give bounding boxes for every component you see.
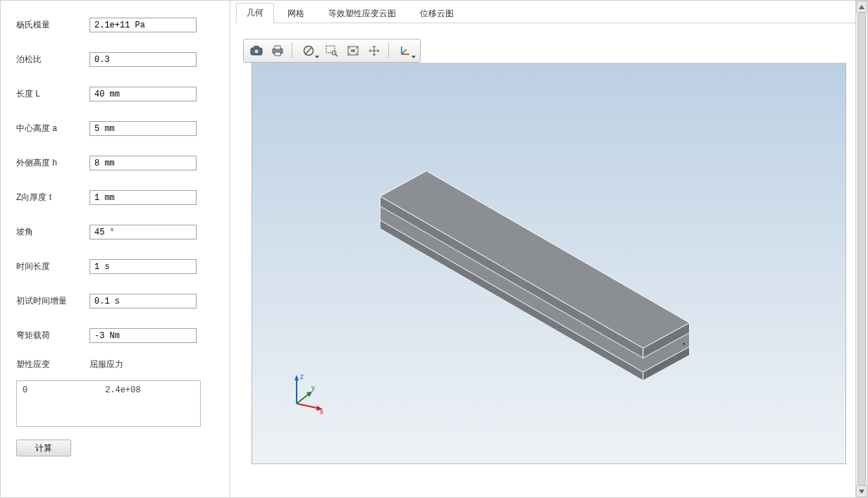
svg-marker-23 xyxy=(380,171,689,349)
main-panel: 几何 网格 等效塑性应变云图 位移云图 xyxy=(230,1,867,497)
app-root: 杨氏模量 泊松比 长度 L 中心高度 a 外侧高度 h Z向厚度 t 坡角 时 xyxy=(0,0,868,498)
chevron-down-icon xyxy=(315,56,319,58)
chevron-down-icon xyxy=(411,56,416,58)
label-time-length: 时间长度 xyxy=(16,261,89,273)
plastic-table-header-row: 塑性应变 屈服应力 xyxy=(16,359,214,371)
scroll-down-button[interactable] xyxy=(856,485,867,497)
fit-all-icon[interactable] xyxy=(343,42,363,60)
input-z-thickness-t[interactable] xyxy=(89,190,197,205)
field-poisson-ratio: 泊松比 xyxy=(16,52,214,67)
label-z-thickness-t: Z向厚度 t xyxy=(16,192,89,204)
label-outer-height-h: 外侧高度 h xyxy=(16,157,89,169)
label-center-height-a: 中心高度 a xyxy=(16,123,89,135)
svg-point-2 xyxy=(254,49,259,54)
compute-button[interactable]: 计算 xyxy=(16,440,71,456)
scroll-up-button[interactable] xyxy=(856,1,867,13)
input-moment-load[interactable] xyxy=(89,328,197,343)
label-poisson-ratio: 泊松比 xyxy=(16,54,89,66)
tab-mesh[interactable]: 网格 xyxy=(277,4,315,23)
input-center-height-a[interactable] xyxy=(89,121,197,136)
table-cell-yield-stress: 2.4e+08 xyxy=(105,385,140,422)
svg-marker-28 xyxy=(294,375,299,380)
tab-displacement-contour[interactable]: 位移云图 xyxy=(409,4,464,23)
field-slope-angle: 坡角 xyxy=(16,225,214,239)
svg-point-26 xyxy=(683,343,684,344)
svg-rect-5 xyxy=(275,52,280,56)
svg-rect-1 xyxy=(254,46,259,49)
tab-peeq-contour[interactable]: 等效塑性应变云图 xyxy=(318,4,407,23)
svg-marker-33 xyxy=(859,5,864,9)
field-moment-load: 弯矩载荷 xyxy=(16,328,214,343)
input-youngs-modulus[interactable] xyxy=(89,18,197,32)
toolbar-separator xyxy=(388,43,389,58)
pan-icon[interactable] xyxy=(364,42,384,60)
geometry-viewport[interactable]: z x y xyxy=(252,63,846,464)
field-youngs-modulus: 杨氏模量 xyxy=(16,18,214,32)
axes-dropdown-icon[interactable] xyxy=(393,42,417,60)
label-initial-time-increment: 初试时间增量 xyxy=(16,295,89,307)
input-poisson-ratio[interactable] xyxy=(89,52,197,67)
field-length-l: 长度 L xyxy=(16,87,214,101)
svg-line-7 xyxy=(306,48,312,54)
toolbar-container: z x y xyxy=(235,39,863,473)
viewport-toolbar xyxy=(243,39,421,63)
field-z-thickness-t: Z向厚度 t xyxy=(16,190,214,205)
scrollbar-thumb[interactable] xyxy=(857,13,866,485)
svg-line-29 xyxy=(297,404,320,409)
svg-line-15 xyxy=(402,49,407,54)
toolbar-separator xyxy=(292,43,292,58)
svg-rect-8 xyxy=(326,46,335,53)
field-initial-time-increment: 初试时间增量 xyxy=(16,294,214,309)
svg-rect-12 xyxy=(351,49,355,52)
vertical-scrollbar[interactable] xyxy=(855,1,867,497)
input-length-l[interactable] xyxy=(89,87,197,101)
svg-marker-34 xyxy=(859,490,864,494)
col-header-yield-stress: 屈服应力 xyxy=(89,359,123,371)
svg-line-10 xyxy=(335,54,337,56)
col-header-plastic-strain: 塑性应变 xyxy=(16,359,89,371)
label-length-l: 长度 L xyxy=(16,88,89,100)
field-center-height-a: 中心高度 a xyxy=(16,121,214,136)
result-tabs: 几何 网格 等效塑性应变云图 位移云图 xyxy=(235,5,863,23)
table-cell-plastic-strain: 0 xyxy=(23,385,27,422)
label-youngs-modulus: 杨氏模量 xyxy=(16,19,89,31)
print-icon[interactable] xyxy=(268,42,287,60)
axis-z-label: z xyxy=(300,373,304,380)
orientation-triad: z x y xyxy=(286,372,328,414)
plastic-data-table[interactable]: 0 2.4e+08 xyxy=(16,380,201,427)
geometry-render xyxy=(252,63,845,463)
axis-x-label: x xyxy=(320,408,323,414)
input-slope-angle[interactable] xyxy=(89,225,197,239)
zoom-window-icon[interactable] xyxy=(322,42,342,60)
label-moment-load: 弯矩载荷 xyxy=(16,330,89,342)
input-outer-height-h[interactable] xyxy=(89,156,197,170)
scrollbar-track[interactable] xyxy=(856,13,867,485)
parameter-sidebar: 杨氏模量 泊松比 长度 L 中心高度 a 外侧高度 h Z向厚度 t 坡角 时 xyxy=(1,1,230,497)
input-time-length[interactable] xyxy=(89,259,197,274)
field-time-length: 时间长度 xyxy=(16,259,214,274)
input-initial-time-increment[interactable] xyxy=(89,294,197,309)
svg-rect-4 xyxy=(275,46,280,49)
camera-icon[interactable] xyxy=(247,42,266,60)
label-slope-angle: 坡角 xyxy=(16,226,89,238)
field-outer-height-h: 外侧高度 h xyxy=(16,156,214,170)
axis-y-label: y xyxy=(311,384,315,392)
tab-geometry[interactable]: 几何 xyxy=(236,3,274,23)
clear-dropdown-icon[interactable] xyxy=(297,42,321,60)
